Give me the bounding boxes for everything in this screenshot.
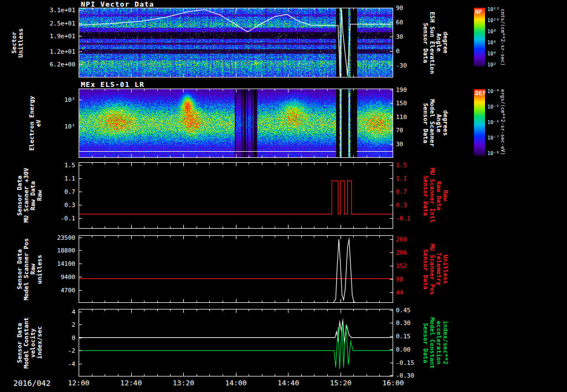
tick-label: 4700 xyxy=(61,287,76,294)
panel-els-right-ticks: 1901501107030 xyxy=(395,89,420,158)
tick-label: 10⁸ xyxy=(487,29,496,34)
right-label-line: Model Constant xyxy=(429,317,435,369)
time-axis-labels: 12:0012:4013:2014:0014:4015:2016:00 xyxy=(0,379,567,390)
tick-label: -0.1 xyxy=(396,214,411,221)
tick-label: 0.3 xyxy=(396,201,407,208)
tick-label: 30 xyxy=(396,33,403,40)
colorbar-units-text: cnts/(cm**2-sr-sec) xyxy=(500,9,506,66)
right-label-line: Angle xyxy=(435,33,442,51)
ylabel-line: Unitless xyxy=(18,28,24,58)
panel5-right-label: Sensor Data Model Constant acceleration … xyxy=(422,309,449,376)
time-tick-label: 12:00 xyxy=(68,379,89,387)
tick-label: 9400 xyxy=(61,274,76,281)
tick-label: 0.45 xyxy=(396,306,411,313)
colorbar-nf-units: cnts/(cm**2-sr-sec) xyxy=(500,8,506,66)
tick-label: 10² xyxy=(487,62,496,68)
panel-npi-ylabel: Sector Unitless xyxy=(11,8,24,78)
tick-label: 1.1 xyxy=(396,174,407,182)
tick-label: 10⁻⁸ xyxy=(487,151,499,156)
time-tick-label: 14:40 xyxy=(277,379,299,387)
right-label-line: Unitless xyxy=(442,255,449,284)
tick-label: 0.00 xyxy=(396,345,411,353)
tick-label: 10⁻⁷ xyxy=(487,135,499,141)
colorbar-def-label: DEF xyxy=(475,90,486,97)
right-label-line: acceleration xyxy=(435,321,442,364)
tick-label: 1.1 xyxy=(64,174,75,182)
tick-label: 2.5e+01 xyxy=(50,19,75,27)
tick-label: 30 xyxy=(396,140,403,147)
right-label-line: Telemetry xyxy=(435,252,442,286)
model-constant-plot xyxy=(79,309,393,376)
panel-els-title: MEx ELS-01 LR xyxy=(81,80,145,89)
tick-label: 10¹ xyxy=(64,123,75,130)
panel-els-right-label: Sensor Data Model Scanner Angle degrees xyxy=(422,89,449,158)
time-tick-label: 12:40 xyxy=(120,379,142,387)
tick-label: 206 xyxy=(396,249,407,256)
right-label-line: ESH Sun Elevation xyxy=(429,12,435,74)
colorbar-nf-label: NF xyxy=(475,8,482,16)
tick-label: 0.7 xyxy=(64,188,75,195)
panel-npi-right-ticks: 9060300-30 xyxy=(395,8,420,78)
tick-label: -2 xyxy=(68,347,75,354)
tick-label: 152 xyxy=(396,262,407,269)
time-tick-label: 13:20 xyxy=(173,379,194,387)
tick-label: 10¹⁰ xyxy=(487,18,499,23)
tick-label: 10⁶ xyxy=(487,40,496,45)
tick-label: 1.9e+01 xyxy=(50,33,75,40)
tick-label: 10⁻⁵ xyxy=(487,104,499,110)
tick-label: 0.30 xyxy=(396,319,411,327)
right-label-line: Raw xyxy=(442,190,449,201)
tick-label: 44 xyxy=(396,288,403,296)
right-label-line: MU Scanner Pos xyxy=(429,244,435,295)
colorbar-def-ticks: 10⁻⁴10⁻⁵10⁻⁶10⁻⁷10⁻⁸ xyxy=(486,89,501,156)
tick-label: 10² xyxy=(64,96,75,104)
panel5-left-ticks: 420-2-4 xyxy=(39,309,76,376)
tick-label: 70 xyxy=(396,127,403,134)
npi-spectrogram xyxy=(79,8,393,78)
tick-label: 98 xyxy=(396,275,403,282)
panel5-right-ticks: 0.450.300.150.00-0.15-0.30 xyxy=(395,309,420,376)
tick-label: 4 xyxy=(71,308,75,315)
tick-label: 18800 xyxy=(57,247,75,254)
tick-label: 10⁴ xyxy=(487,51,496,56)
tick-label: 0.3 xyxy=(64,201,75,208)
mu-scanner-raw-plot xyxy=(79,162,393,229)
tick-label: -30 xyxy=(396,62,407,69)
colorbar-def-units: ergs/(cm**2-sr-sec-eV) xyxy=(500,89,506,156)
panel-npi-title: NPI Vector Data xyxy=(81,0,154,8)
colorbar-units-text: ergs/(cm**2-sr-sec-eV) xyxy=(500,89,506,155)
tick-label: 14100 xyxy=(57,260,75,267)
right-label-line: degree xyxy=(442,32,449,54)
time-tick-label: 15:20 xyxy=(330,379,352,387)
tick-label: 10⁻⁴ xyxy=(487,89,499,94)
panel-npi-left-ticks: 3.1e+012.5e+011.9e+011.2e+016.2e+00 xyxy=(39,8,76,78)
panel3-right-label: Sensor Data MU Scanner Intl Raw Data Raw xyxy=(422,162,449,229)
tick-label: 10¹² xyxy=(487,7,499,12)
panel4-left-ticks: 23500188001410094004700 xyxy=(39,235,76,303)
tick-label: 260 xyxy=(396,236,407,243)
time-tick-label: 16:00 xyxy=(382,379,404,387)
tick-label: 190 xyxy=(396,86,407,93)
tick-label: 0 xyxy=(71,334,75,341)
right-label-line: Raw Data xyxy=(435,181,442,210)
right-label-line: Sensor Data xyxy=(422,103,429,143)
tick-label: 110 xyxy=(396,113,407,120)
tick-label: 90 xyxy=(396,4,403,12)
els-spectrogram xyxy=(79,89,393,158)
colorbar-def xyxy=(474,89,485,156)
panel3-right-ticks: 1.51.10.70.3-0.1 xyxy=(395,162,420,229)
colorbar-nf xyxy=(474,8,485,66)
tick-label: 1.2e+01 xyxy=(50,48,75,55)
scanner-pos-plot xyxy=(79,235,393,303)
tick-label: 6.2e+00 xyxy=(50,60,75,68)
tick-label: -0.15 xyxy=(396,359,414,366)
right-label-line: Angle xyxy=(435,114,442,132)
tick-label: 1.5 xyxy=(396,161,407,168)
tick-label: 10⁻⁶ xyxy=(487,120,499,125)
tick-label: -4 xyxy=(68,360,75,367)
right-label-line: Sensor Data xyxy=(422,249,429,290)
panel4-right-ticks: 2602061529844 xyxy=(395,235,420,303)
tick-label: 60 xyxy=(396,19,403,26)
right-label-line: MU Scanner Intl xyxy=(429,168,435,223)
tick-label: 2 xyxy=(71,321,75,328)
